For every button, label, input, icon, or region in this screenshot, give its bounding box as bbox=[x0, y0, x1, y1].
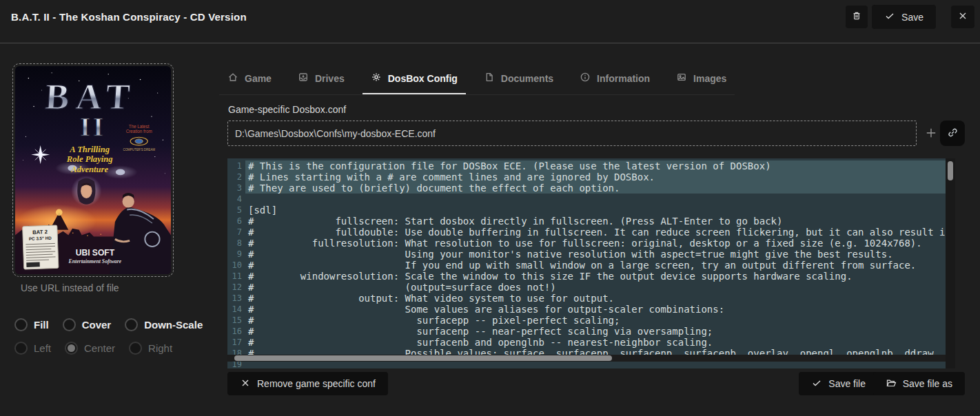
conf-editor[interactable]: 1# This is the configuration file for DO… bbox=[227, 158, 946, 368]
line-code: # surfacenp -- near-perfect scaling via … bbox=[245, 326, 946, 337]
tab-label: Drives bbox=[315, 73, 345, 84]
tab-drives[interactable]: Drives bbox=[289, 66, 353, 94]
line-code: # Lines starting with a # are comment li… bbox=[245, 171, 946, 183]
sticker-title: BAT 2 bbox=[32, 229, 48, 236]
editor-line[interactable]: 12# (output=surface does not!) bbox=[227, 282, 946, 293]
save-button-label: Save bbox=[901, 12, 923, 23]
line-code: # They are used to (briefly) document th… bbox=[245, 183, 946, 194]
editor-line[interactable]: 7# fulldouble: Use double buffering in f… bbox=[227, 227, 946, 238]
line-number: 4 bbox=[227, 194, 245, 205]
cover-logo-numeral: II bbox=[80, 112, 106, 141]
game-cover-dropzone[interactable]: BAT II A Thrilling Role Playing Adventur… bbox=[12, 63, 174, 277]
close-button[interactable] bbox=[951, 6, 974, 28]
radio-circle[interactable] bbox=[14, 318, 28, 331]
game-cover-art: BAT II A Thrilling Role Playing Adventur… bbox=[15, 66, 171, 274]
conf-path-input[interactable] bbox=[227, 121, 917, 146]
tab-images[interactable]: Images bbox=[668, 66, 735, 94]
line-number: 6 bbox=[227, 216, 245, 227]
drive-icon bbox=[298, 72, 309, 85]
line-number: 15 bbox=[227, 315, 245, 326]
editor-line[interactable]: 3# They are used to (briefly) document t… bbox=[227, 183, 946, 194]
editor-vertical-scrollbar[interactable] bbox=[946, 158, 955, 368]
folder-open-icon bbox=[886, 377, 897, 391]
tab-game[interactable]: Game bbox=[219, 66, 280, 94]
radio-fill[interactable]: Fill bbox=[14, 318, 49, 331]
editor-line[interactable]: 13# output: What video system to use for… bbox=[227, 293, 946, 304]
cover-logo-text: BAT bbox=[44, 76, 138, 116]
editor-line[interactable]: 10# If you end up with small window on a… bbox=[227, 260, 946, 271]
line-code: # (output=surface does not!) bbox=[245, 282, 946, 293]
editor-line[interactable]: 4 bbox=[227, 194, 946, 205]
line-code: # output: What video system to use for o… bbox=[245, 293, 946, 304]
line-number: 2 bbox=[227, 171, 245, 183]
header-actions: Save bbox=[846, 5, 974, 29]
line-number: 12 bbox=[227, 282, 245, 293]
line-number: 9 bbox=[227, 249, 245, 260]
radio-label: Fill bbox=[34, 319, 49, 331]
cover-publisher: UBI SOFT bbox=[76, 248, 115, 258]
editor-horizontal-scrollbar[interactable] bbox=[227, 355, 946, 362]
radio-circle[interactable] bbox=[63, 318, 76, 331]
window-title: B.A.T. II - The Koshan Conspiracy - CD V… bbox=[11, 11, 247, 23]
tab-dosbox-config[interactable]: DosBox Config bbox=[363, 66, 466, 94]
save-file-as-label: Save file as bbox=[903, 378, 952, 389]
line-number: 13 bbox=[227, 293, 245, 304]
tab-label: Information bbox=[597, 73, 650, 84]
line-number: 17 bbox=[227, 337, 245, 348]
cover-badge-brand: COMPUTER'S DREAM bbox=[123, 148, 155, 152]
editor-line[interactable]: 14# Some values are aliases for output-s… bbox=[227, 304, 946, 315]
radio-label: Down-Scale bbox=[144, 319, 203, 331]
editor-line[interactable]: 15# surfacepp -- pixel-perfect scaling; bbox=[227, 315, 946, 326]
editor-line[interactable]: 5[sdl] bbox=[227, 205, 946, 216]
editor-lines: 1# This is the configuration file for DO… bbox=[227, 160, 946, 368]
line-code: # surfacenb and openglnb -- nearest-neig… bbox=[245, 337, 946, 348]
editor-line[interactable]: 8# fullresolution: What resolution to us… bbox=[227, 238, 946, 249]
radio-circle bbox=[65, 342, 78, 355]
line-code: # fulldouble: Use double buffering in fu… bbox=[245, 227, 946, 238]
line-code: [sdl] bbox=[245, 205, 946, 216]
tab-label: Game bbox=[245, 73, 272, 84]
remove-conf-label: Remove game specific conf bbox=[257, 378, 376, 389]
add-conf-button[interactable] bbox=[920, 123, 942, 145]
editor-line[interactable]: 9# Using your monitor's native resolutio… bbox=[227, 249, 946, 260]
cover-badge-1: The Latest bbox=[129, 124, 150, 129]
main-content: GameDrivesDosBox ConfigDocumentsInformat… bbox=[227, 63, 965, 408]
radio-label: Left bbox=[34, 342, 51, 354]
sticker-subtitle: PC 3.5" HD bbox=[29, 236, 52, 241]
link-conf-button[interactable] bbox=[940, 121, 965, 146]
editor-line[interactable]: 17# surfacenb and openglnb -- nearest-ne… bbox=[227, 337, 946, 348]
line-code: # Some values are aliases for output-sca… bbox=[245, 304, 946, 315]
check-icon bbox=[884, 10, 895, 23]
cover-align-radio-group: LeftCenterRight bbox=[14, 342, 172, 355]
editor-line[interactable]: 1# This is the configuration file for DO… bbox=[227, 160, 946, 171]
close-icon bbox=[957, 10, 968, 23]
conf-path-row bbox=[227, 121, 965, 146]
vertical-scrollbar-thumb[interactable] bbox=[948, 161, 953, 180]
tab-information[interactable]: Information bbox=[571, 66, 658, 94]
editor-line[interactable]: 6# fullscreen: Start dosbox directly in … bbox=[227, 216, 946, 227]
tab-documents[interactable]: Documents bbox=[476, 66, 562, 94]
use-url-link[interactable]: Use URL instead of file bbox=[21, 282, 119, 293]
save-button[interactable]: Save bbox=[872, 5, 936, 29]
cover-scale-radio-group: FillCoverDown-Scale bbox=[14, 318, 203, 331]
editor-line[interactable]: 11# windowresolution: Scale the window t… bbox=[227, 271, 946, 282]
save-file-as-button[interactable]: Save file as bbox=[873, 372, 965, 395]
line-number: 11 bbox=[227, 271, 245, 282]
remove-conf-button[interactable]: Remove game specific conf bbox=[227, 372, 388, 395]
line-code: # surfacepp -- pixel-perfect scaling; bbox=[245, 315, 946, 326]
cover-tagline-1: A Thrilling bbox=[69, 145, 110, 154]
close-icon bbox=[240, 377, 251, 391]
radio-dot bbox=[68, 344, 75, 352]
app-window: B.A.T. II - The Koshan Conspiracy - CD V… bbox=[0, 0, 980, 416]
radio-down-scale[interactable]: Down-Scale bbox=[125, 318, 203, 331]
delete-game-button[interactable] bbox=[846, 6, 868, 28]
editor-line[interactable]: 2# Lines starting with a # are comment l… bbox=[227, 171, 946, 183]
editor-line[interactable]: 16# surfacenp -- near-perfect scaling vi… bbox=[227, 326, 946, 337]
radio-circle[interactable] bbox=[125, 318, 138, 331]
tab-label: DosBox Config bbox=[388, 73, 458, 84]
horizontal-scrollbar-thumb[interactable] bbox=[234, 355, 612, 361]
save-file-button[interactable]: Save file bbox=[799, 372, 878, 395]
cover-tagline-2: Role Playing bbox=[66, 154, 113, 164]
radio-cover[interactable]: Cover bbox=[63, 318, 112, 331]
document-icon bbox=[484, 72, 495, 85]
